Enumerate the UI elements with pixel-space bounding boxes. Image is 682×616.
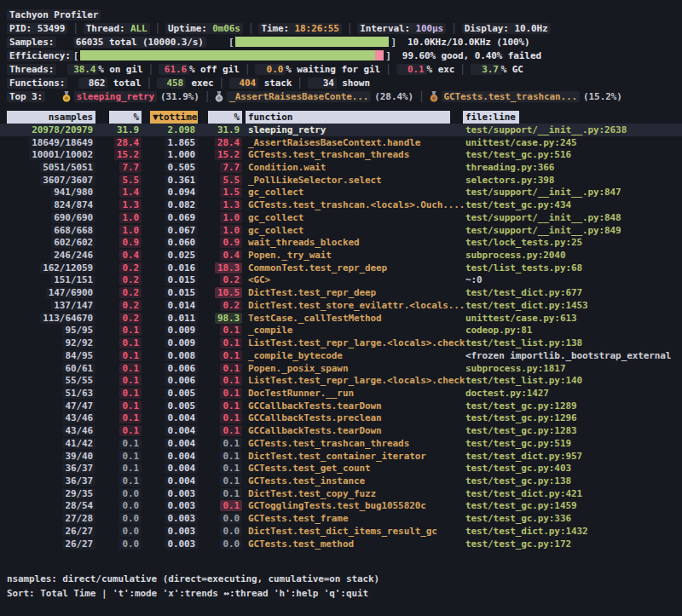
cell-file-line: test/test_list.py:140 [463,375,682,386]
table-row[interactable]: 55/550.10.0060.1ListTest.test_repr_large… [0,374,682,387]
footer: nsamples: direct/cumulative (direct=exec… [0,572,682,601]
cell-function-value: GCTests.test_method [246,538,356,550]
cell-function-value: GCCallbackTests.tearDown [246,400,384,412]
thread-stat-suffix: % exc [427,64,455,75]
table-row[interactable]: 602/6020.90.0600.9wait_threads_blockedte… [0,236,682,249]
table-row[interactable]: 10001/1000215.21.00015.2GCTests.test_tra… [0,148,682,161]
cell-nsamples-value: 60/61 [62,363,95,374]
table-row[interactable]: 26/270.00.0030.0DictTest.test_dict_items… [0,525,682,538]
table-row[interactable]: 5051/50517.70.5057.7Condition.waitthread… [0,161,682,174]
table-row[interactable]: 162/120590.20.01618.3CommonTest.test_rep… [0,262,682,274]
cell-percent-direct-value: 0.2 [119,274,142,285]
efficiency-bar-open-bracket: [ [73,50,79,61]
table-row[interactable]: 3607/36075.50.3615.5_PollLikeSelector.se… [0,174,682,187]
cell-file-line: subprocess.py:2040 [463,250,682,261]
cell-percent-direct-value: 1.0 [119,212,142,223]
cell-file-line: test/list_tests.py:68 [463,262,682,273]
cell-percent-cumulative: 10.5 [208,287,242,298]
cell-function: _compile_bytecode [246,350,450,361]
separator-icon: │ [292,78,308,89]
cell-percent-cumulative-value: 0.0 [220,526,242,537]
cell-function: GCCallbackTests.tearDown [246,400,450,412]
threads-label: Threads: [7,64,56,75]
stat-thread: Thread: ALL [84,23,150,34]
function-stat-suffix: exec [186,78,214,89]
table-header-percent-cumulative[interactable]: % [208,111,242,124]
table-row[interactable]: 47/470.10.0050.1GCCallbackTests.tearDown… [0,400,682,412]
cell-tottime: 0.004 [150,425,198,436]
cell-nsamples-value: 246/246 [51,250,95,261]
efficiency-summary: 99.60% good, 0.40% failed [402,50,541,61]
cell-function-value: _PollLikeSelector.select [246,175,384,186]
table-row[interactable]: 824/8741.30.0821.3GCTests.test_trashcan.… [0,199,682,211]
table-header-nsamples[interactable]: nsamples [7,111,95,124]
table-header-function[interactable]: function [246,111,450,124]
stat-time: Time: 18:26:55 [258,23,341,34]
table-row[interactable]: 28/540.00.0030.1GCTogglingTests.test_bug… [0,500,682,513]
functions-label: Functions: [7,78,67,89]
stat-label: PID: [9,23,38,34]
table-row[interactable]: 60/610.10.0060.1Popen._posix_spawnsubpro… [0,362,682,375]
table-header-file-line[interactable]: file:line [463,111,519,124]
cell-tottime: 0.008 [150,350,198,361]
cell-function-value: GCCallbackTests.preclean [246,412,384,423]
cell-percent-cumulative-value: 28.4 [215,137,242,148]
cell-tottime: 0.005 [150,400,198,412]
table-row[interactable]: 690/6901.00.0691.0gc_collecttest/support… [0,211,682,224]
cell-percent-cumulative: 0.2 [208,274,242,285]
table-row[interactable]: 18649/1864928.41.86528.4_AssertRaisesBas… [0,136,682,149]
cell-percent-cumulative: 0.1 [208,412,242,423]
table-row[interactable]: 36/370.10.0040.1GCTests.test_instancetes… [0,475,682,487]
cell-function-value: GCTests.test_instance [246,475,367,486]
cell-tottime: 0.003 [150,513,198,524]
cell-file-line: test/support/__init__.py:849 [463,225,682,236]
efficiency-bar-good-fill [80,50,375,60]
separator-icon: │ [240,64,256,75]
silver-medal-icon [215,91,223,102]
stat-label: Time: [261,23,294,34]
table-row[interactable]: 941/9801.40.0941.5gc_collecttest/support… [0,187,682,199]
cell-percent-cumulative-value: 0.1 [220,350,242,361]
cell-nsamples: 92/92 [7,337,95,348]
table-row[interactable]: 113/646700.20.01198.3TestCase._callTestM… [0,312,682,325]
table-row[interactable]: 668/6681.00.0671.0gc_collecttest/support… [0,224,682,237]
table-row[interactable]: 36/370.10.0040.1GCTests.test_get_countte… [0,462,682,475]
cell-percent-direct: 28.4 [109,137,142,148]
table-row[interactable]: 29/350.00.0030.1DictTest.test_copy_fuzzt… [0,487,682,500]
table-row[interactable]: 39/400.10.0040.1DictTest.test_container_… [0,450,682,463]
cell-function: GCTogglingTests.test_bug1055820c [246,500,450,511]
table-row[interactable]: 246/2460.40.0250.4Popen._try_waitsubproc… [0,249,682,262]
cell-percent-direct: 0.0 [109,500,142,511]
cell-tottime-value: 0.016 [165,262,198,273]
table-row[interactable]: 92/920.10.0090.1ListTest.test_repr_large… [0,337,682,349]
cell-percent-direct-value: 0.1 [119,325,142,336]
stat-display: Display: 10.0Hz [462,23,551,34]
cell-file-line: unittest/case.py:245 [463,137,682,148]
cell-percent-direct: 7.7 [109,162,142,173]
table-row[interactable]: 27/280.00.0030.0GCTests.test_frametest/t… [0,512,682,525]
cell-nsamples-value: 690/690 [51,212,95,223]
table-row[interactable]: 151/1510.20.0150.2<GC>~:0 [0,274,682,287]
table-row[interactable]: 137/1470.20.0140.2DictTest.test_store_ev… [0,299,682,312]
table-row[interactable]: 147/69000.20.01510.5DictTest.test_repr_d… [0,286,682,299]
cell-file-line-value: test/support/__init__.py:848 [463,212,624,223]
table-row[interactable]: 51/630.10.0050.1DocTestRunner.__rundocte… [0,387,682,400]
table-row[interactable]: 43/460.10.0040.1GCCallbackTests.preclean… [0,412,682,425]
cell-nsamples: 84/95 [7,350,95,361]
cell-nsamples-value: 55/55 [62,375,95,386]
cell-nsamples-value: 36/37 [62,475,95,486]
table-row[interactable]: 41/420.10.0040.1GCTests.test_trashcan_th… [0,437,682,450]
table-header-tottime[interactable]: ▼tottime [150,111,198,124]
cell-file-line-value: test/test_gc.py:336 [463,513,574,524]
table-header-percent-direct[interactable]: % [109,111,142,124]
table-row[interactable]: 43/460.10.0040.1GCCallbackTests.tearDown… [0,424,682,437]
cell-percent-direct-value: 0.0 [119,526,142,537]
cell-function-value: GCTests.test_trashcan.<locals>.Ouch.... [246,199,467,210]
cell-tottime: 0.505 [150,162,198,173]
table-row[interactable]: 95/950.10.0090.1_compilecodeop.py:81 [0,325,682,337]
table-row[interactable]: 20978/2097931.92.09831.9sleeping_retryte… [0,124,682,136]
cell-file-line: test/test_gc.py:434 [463,199,682,210]
table-row[interactable]: 84/950.10.0080.1_compile_bytecode<frozen… [0,349,682,362]
table-row[interactable]: 26/270.00.0030.0GCTests.test_methodtest/… [0,538,682,550]
functions-line: Functions: 862 total│458 exec│404 stack│… [7,76,675,89]
